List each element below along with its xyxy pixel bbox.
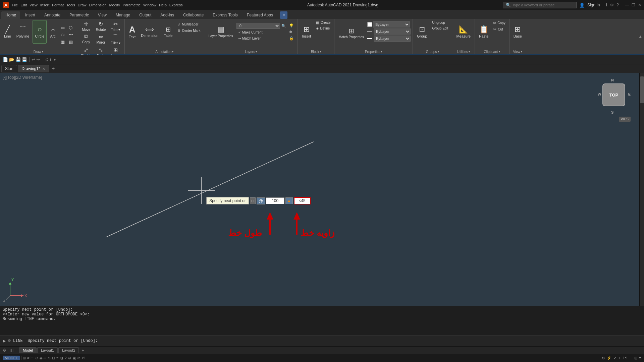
btn-dimension[interactable]: ⟺ Dimension — [139, 20, 160, 44]
btn-trim[interactable]: ✂ Trim ▾ — [108, 20, 122, 32]
tab-parametric[interactable]: Parametric — [65, 11, 93, 19]
transparency-btn[interactable]: ◑ — [60, 356, 63, 360]
btn-mirror[interactable]: ⇔ Mirror — [94, 33, 108, 46]
menu-dimension[interactable]: Dimension — [89, 3, 106, 7]
save-as-btn[interactable]: 💾 — [22, 57, 27, 62]
restore-btn[interactable]: ❐ — [632, 3, 635, 7]
btn-group[interactable]: ⊡ Group — [415, 20, 429, 44]
btn-rotate[interactable]: ↻ Rotate — [94, 20, 108, 32]
sign-in-btn[interactable]: Sign In — [587, 3, 600, 7]
btn-cut[interactable]: ✂Cut — [492, 26, 507, 32]
add-layout-btn[interactable]: + — [79, 347, 86, 354]
btn-text[interactable]: A Text — [127, 20, 138, 44]
menu-tools[interactable]: Tools — [66, 3, 75, 7]
customize-sb-btn[interactable]: ≡ — [639, 356, 641, 360]
tab-home[interactable]: Home — [1, 11, 20, 19]
save-btn[interactable]: 💾 — [15, 57, 21, 62]
btn-circle[interactable]: ○ Circle — [33, 20, 47, 44]
undo-btn[interactable]: ↩ — [32, 57, 35, 62]
annotation-mon-btn[interactable]: ▣ — [72, 356, 76, 360]
menu-file[interactable]: File — [12, 3, 18, 7]
search-input[interactable] — [512, 3, 574, 7]
layout-tab-layout2[interactable]: Layout2 — [58, 347, 79, 353]
btn-polyline[interactable]: ⌒ Polyline — [14, 20, 32, 44]
btn-make-current[interactable]: ✓ Make Current — [236, 30, 264, 35]
isolate-btn[interactable]: ⊘ — [602, 356, 605, 360]
ortho-btn[interactable]: ⊢ — [31, 356, 34, 360]
model-mode-btn[interactable]: MODEL — [3, 356, 20, 360]
viewcube-top-face[interactable]: TOP — [602, 83, 625, 106]
view-group-title[interactable]: View ▾ — [513, 49, 522, 54]
wcs-label[interactable]: WCS — [619, 117, 631, 122]
btn-match-properties[interactable]: ⊞ Match Properties — [336, 21, 366, 45]
hardware-accel-btn[interactable]: ⚡ — [607, 356, 611, 360]
btn-ungroup[interactable]: Ungroup — [431, 20, 450, 25]
otrack-btn[interactable]: ∞ — [44, 356, 46, 360]
tab-collaborate[interactable]: Collaborate — [179, 11, 208, 19]
btn-layer-lock[interactable]: 🔒 — [287, 36, 296, 41]
sel-cycle-btn[interactable]: ⊗ — [68, 356, 71, 360]
btn-create-block[interactable]: ▦Create — [314, 20, 332, 25]
units-btn[interactable]: ⚖ — [77, 356, 80, 360]
clipboard-group-title[interactable]: Clipboard ▾ — [484, 49, 500, 54]
menu-draw[interactable]: Draw — [78, 3, 87, 7]
annotation-group-title[interactable]: Annotation ▾ — [155, 49, 173, 54]
new-file-btn[interactable]: 📄 — [3, 57, 8, 62]
lineweight-dropdown[interactable]: ByLayer — [374, 36, 411, 42]
color-dropdown[interactable]: ByLayer — [373, 21, 410, 27]
workspace-switcher[interactable]: ≡ — [280, 11, 287, 19]
menu-window[interactable]: Window — [143, 3, 156, 7]
btn-layer-off[interactable]: 💡 — [287, 23, 296, 28]
clean-screen-btn[interactable]: ⤢ — [613, 356, 616, 360]
tab-view[interactable]: View — [94, 11, 111, 19]
zoom-out-btn[interactable]: − — [630, 356, 632, 360]
menu-format[interactable]: Format — [52, 3, 64, 7]
btn-arc[interactable]: ⌢ Arc — [48, 20, 58, 44]
close-btn[interactable]: ✕ — [638, 3, 641, 7]
btn-copy[interactable]: ⧉ Copy — [79, 33, 93, 46]
ribbon-collapse-btn[interactable]: ▲ — [637, 19, 644, 54]
osnap-btn[interactable]: ◈ — [40, 356, 42, 360]
menu-parametric[interactable]: Parametric — [123, 3, 141, 7]
plot-btn[interactable]: 🖨 — [44, 57, 49, 62]
tab-output[interactable]: Output — [135, 11, 155, 19]
btn-group-edit[interactable]: Group Edit — [431, 26, 450, 31]
scrollbar-thumb[interactable] — [640, 76, 644, 103]
draw-group-title[interactable]: Draw ▾ — [34, 49, 43, 54]
linetype-dropdown[interactable]: ByLayer — [374, 28, 411, 35]
tab-featuredapps[interactable]: Featured Apps — [243, 11, 277, 19]
dyn-input-btn[interactable]: ⊟ — [52, 356, 55, 360]
zoom-in-btn[interactable]: + — [619, 356, 621, 360]
btn-insert[interactable]: ⊞ Insert — [300, 20, 313, 44]
btn-measure[interactable]: 📐 Measure — [454, 20, 473, 44]
btn-polygon[interactable]: ⬡ — [67, 24, 75, 31]
btn-define-attr[interactable]: ◈Define — [314, 26, 332, 31]
properties-btn[interactable]: ℹ — [50, 57, 51, 62]
btn-gradient[interactable]: ▧ — [67, 39, 75, 45]
layout-tab-model[interactable]: Model — [19, 347, 37, 353]
btn-hatch[interactable]: ▦ — [59, 39, 67, 45]
search-box[interactable]: 🔍 — [503, 2, 577, 8]
btn-fillet[interactable]: ⌒ Fillet ▾ — [108, 33, 122, 46]
layout-panel-icon[interactable]: ◫ — [8, 348, 15, 353]
btn-center-mark[interactable]: ⊕Center Mark — [176, 28, 202, 34]
btn-spline[interactable]: 〜 — [67, 31, 75, 39]
menu-edit[interactable]: Edit — [20, 3, 27, 7]
layer-dropdown[interactable]: 0 — [236, 23, 280, 29]
customize-btn[interactable]: ▾ — [54, 57, 56, 62]
tab-expresstools[interactable]: Express Tools — [209, 11, 241, 19]
btn-layer-freeze[interactable]: ❄ — [287, 29, 296, 35]
tab-start[interactable]: Start — [1, 65, 17, 72]
cmd-settings-icon[interactable]: ⚙ — [8, 339, 11, 343]
tab-annotate[interactable]: Annotate — [40, 11, 64, 19]
menu-modify[interactable]: Modify — [109, 3, 120, 7]
grid-btn[interactable]: # — [27, 356, 29, 360]
menu-insert[interactable]: Insert — [40, 3, 50, 7]
add-tab-btn[interactable]: + — [50, 65, 57, 72]
tab-insert[interactable]: Insert — [21, 11, 39, 19]
btn-base[interactable]: ⊞ Base — [512, 20, 524, 44]
qp-btn[interactable]: ? — [65, 356, 67, 360]
tab-addins[interactable]: Add-ins — [156, 11, 178, 19]
layout-settings-icon[interactable]: ⚙ — [1, 348, 8, 353]
cmd-arrow-icon[interactable]: ▶ — [3, 339, 6, 343]
